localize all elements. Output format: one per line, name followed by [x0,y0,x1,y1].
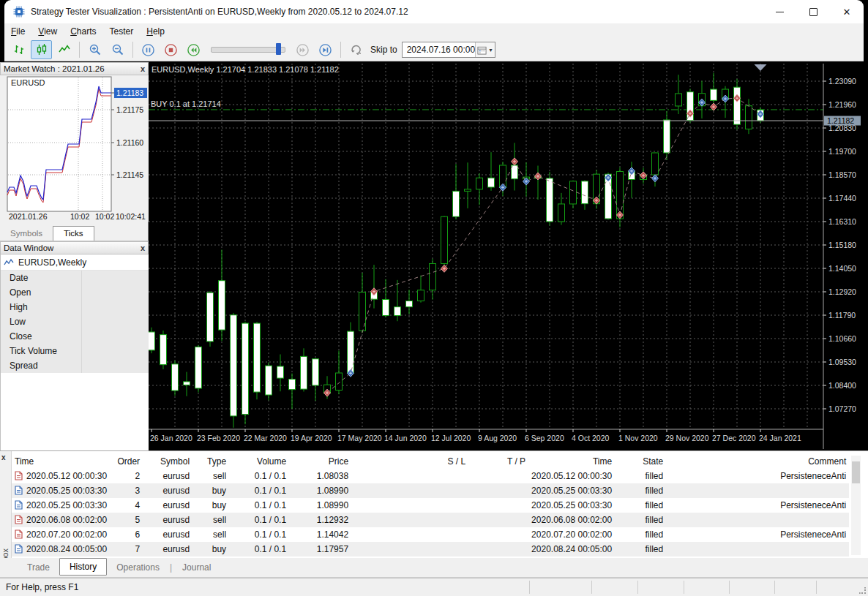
line-chart-button[interactable] [53,40,75,59]
menu-item-file[interactable]: File [4,25,31,38]
svg-text:1.23090: 1.23090 [828,77,856,86]
stop-button[interactable] [160,40,182,59]
data-window-close-icon[interactable]: x [141,244,145,252]
history-row-order-3[interactable]: 2020.05.25 00:03:303eurusdbuy0.1 / 0.11.… [12,483,849,498]
history-row-order-5[interactable]: 2020.06.08 00:02:005eurusdsell0.1 / 0.11… [12,513,849,527]
toolbar-separator [79,42,80,58]
data-window-row-high: High [1,300,149,314]
zoom-out-button[interactable] [107,40,128,59]
status-segment-divider [816,581,817,594]
column-header-time[interactable]: Time [528,454,615,469]
toolbar-separator [340,42,341,58]
market-watch-close-icon[interactable]: x [141,65,145,73]
status-segment-divider [591,581,592,594]
column-header-tp[interactable]: T / P [468,454,528,469]
status-segment-divider [637,581,638,594]
toolbar: Skip to 2024.07.16 00:00 ▼ [4,39,864,61]
calendar-dropdown-button[interactable]: ▼ [475,42,495,57]
svg-text:1.11790: 1.11790 [828,311,856,320]
candle-chart-button[interactable] [31,40,52,59]
skip-end-button[interactable] [315,40,336,59]
tab-symbols[interactable]: Symbols [0,227,53,241]
market-watch-header: Market Watch : 2021.01.26 x [0,62,149,75]
market-watch-panel: Market Watch : 2021.01.26 x EURUSD1.2118… [0,62,149,241]
svg-text:1.21175: 1.21175 [116,105,143,114]
column-header-symbol[interactable]: Symbol [143,454,192,469]
svg-text:1.08400: 1.08400 [828,381,856,390]
column-header-time[interactable]: Time [12,454,110,469]
menu-item-view[interactable]: View [31,25,64,38]
svg-text:26 Jan 2020: 26 Jan 2020 [150,434,192,442]
toolbox-panel: x Toolbox TimeOrderSymbolTypeVolumePrice… [0,450,868,558]
speed-slider[interactable] [211,47,285,53]
column-header-order[interactable]: Order [110,454,143,469]
resize-grip-icon[interactable] [859,587,867,595]
menu-item-charts[interactable]: Charts [64,25,102,38]
faster-button[interactable] [292,40,313,59]
history-row-order-2[interactable]: 2020.05.12 00:00:302eurusdsell0.1 / 0.11… [12,469,849,483]
column-header-sl[interactable]: S / L [351,454,468,469]
svg-text:23 Feb 2020: 23 Feb 2020 [197,434,240,442]
main-chart[interactable]: 1.230901.219601.208301.197001.185701.174… [149,64,868,449]
status-segment-divider [529,581,530,594]
toolbox-close-icon[interactable]: x [1,453,6,461]
svg-text:1.18570: 1.18570 [828,170,856,179]
slower-button[interactable] [183,40,204,59]
skip-to-label: Skip to [370,45,397,55]
close-button[interactable]: ✕ [830,0,864,23]
market-watch-title: Market Watch : 2021.01.26 [4,64,105,73]
svg-text:1 Nov 2020: 1 Nov 2020 [618,434,658,442]
market-watch-tabs: SymbolsTicks [0,224,149,241]
svg-text:19 Apr 2020: 19 Apr 2020 [291,434,332,442]
tab-history[interactable]: History [59,558,107,576]
tab-ticks[interactable]: Ticks [53,226,94,241]
svg-text:1.12920: 1.12920 [828,287,856,296]
svg-text:29 Nov 2020: 29 Nov 2020 [665,434,709,442]
history-row-order-6[interactable]: 2020.07.20 00:02:006eurusdsell0.1 / 0.11… [12,527,849,542]
skip-to-date-input[interactable]: 2024.07.16 00:00 ▼ [402,42,495,58]
strategy-tester-window: { "window": { "title": "Strategy Tester … [0,0,868,596]
history-row-order-7[interactable]: 2020.08.24 00:05:007eurusdbuy0.1 / 0.11.… [12,542,849,557]
column-header-state[interactable]: State [615,454,666,469]
svg-text:1.15180: 1.15180 [828,241,856,249]
zoom-in-button[interactable] [84,40,105,59]
title-bar: Strategy Tester Visualization : Persiste… [4,0,864,23]
svg-text:6 Sep 2020: 6 Sep 2020 [525,434,564,442]
bar-chart-button[interactable] [8,40,29,59]
slider-handle[interactable] [276,43,281,55]
app-chip-icon [13,6,25,18]
svg-text:22 Mar 2020: 22 Mar 2020 [244,434,287,442]
column-header-price[interactable]: Price [289,454,351,469]
history-table[interactable]: TimeOrderSymbolTypeVolumePriceS / LT / P… [12,454,849,557]
left-panel-column: Market Watch : 2021.01.26 x EURUSD1.2118… [0,62,149,450]
toolbox-tabs: TradeHistoryOperations|Journal [0,558,868,578]
data-window-symbol: EURUSD,Weekly [18,257,86,268]
column-header-volume[interactable]: Volume [229,454,289,469]
skip-to-date-value: 2024.07.16 00:00 [403,45,475,55]
tab-operations[interactable]: Operations [107,559,169,576]
data-window-title: Data Window [4,244,53,252]
status-bar: For Help, press F1 [0,578,868,596]
maximize-icon [809,8,818,16]
status-segment-divider [684,581,684,594]
data-window-panel: Data Window x EURUSD,Weekly DateOpenHigh… [0,241,149,450]
menu-item-tester[interactable]: Tester [103,25,141,38]
maximize-button[interactable] [796,0,830,23]
data-window-row-tick-volume: Tick Volume [1,344,149,358]
column-header-comment[interactable]: Comment [666,454,849,469]
data-window-row-date: Date [1,271,149,285]
column-header-type[interactable]: Type [192,454,229,469]
svg-text:4 Oct 2020: 4 Oct 2020 [572,434,610,442]
tab-trade[interactable]: Trade [18,559,59,576]
history-scrollbar[interactable] [851,456,861,555]
tab-journal[interactable]: Journal [173,559,220,576]
svg-text:10:02:41: 10:02:41 [116,212,146,221]
minimize-button[interactable] [763,0,796,23]
scrollbar-thumb[interactable] [852,461,860,483]
data-window-row-close: Close [1,329,149,344]
data-window-symbol-row[interactable]: EURUSD,Weekly [1,254,149,271]
svg-text:1.07270: 1.07270 [828,404,856,413]
menu-item-help[interactable]: Help [140,25,171,38]
history-row-order-4[interactable]: 2020.05.25 00:03:304eurusdbuy0.1 / 0.11.… [12,498,849,513]
pause-button[interactable] [138,40,159,59]
